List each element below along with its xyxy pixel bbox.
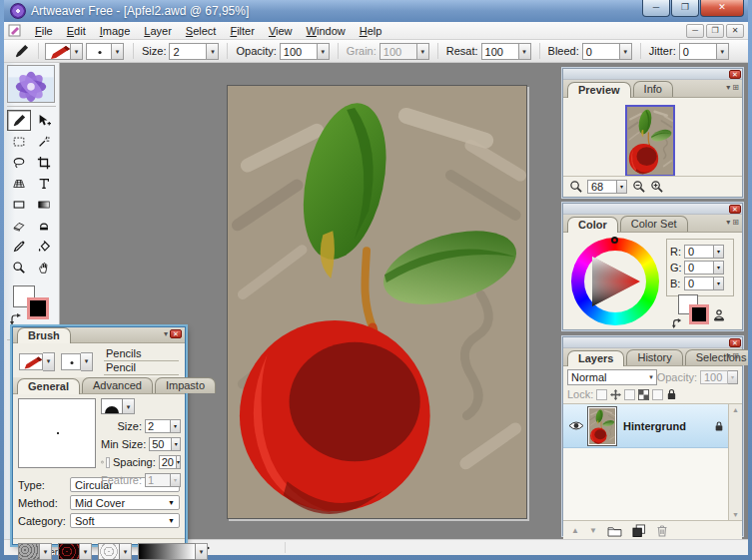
brush-dialog-titlebar[interactable]: Brush ▾ ✕ [13,327,185,343]
move-tool[interactable] [32,110,56,131]
zoom-tool[interactable] [7,257,31,278]
saturation-triangle[interactable] [588,255,642,308]
dialog-brush-preset-combo[interactable]: ▾ [19,352,55,371]
maximize-button[interactable]: ❐ [671,0,699,17]
mesh-tool[interactable] [7,173,31,194]
red-spinner[interactable]: ▾ [714,245,724,259]
lock-position-checkbox[interactable] [596,389,607,400]
menu-edit[interactable]: Edit [60,24,93,38]
tab-info[interactable]: Info [633,81,673,97]
resat-spinner[interactable]: ▾ [519,43,531,60]
opacity-input[interactable]: 100 [280,43,318,60]
panel-menu-arrow-icon[interactable]: ▾ [726,351,730,360]
lasso-tool[interactable] [7,152,31,173]
eraser-tool[interactable] [7,215,31,236]
panel-menu-arrow-icon[interactable]: ▾ [726,83,730,92]
preview-thumbnail[interactable] [625,105,675,177]
menu-select[interactable]: Select [179,24,224,38]
hue-marker-icon[interactable] [611,237,618,244]
stroke-preset-combo[interactable]: ▾ [86,43,124,60]
dialog-stroke-preset-combo[interactable]: ▾ [61,352,93,371]
rect-select-tool[interactable] [7,131,31,152]
tab-layers[interactable]: Layers [567,350,624,366]
green-input[interactable]: 0 [684,261,714,275]
bleed-input[interactable]: 0 [582,43,620,60]
brush-dialog-close-icon[interactable]: ✕ [170,329,182,338]
panel-menu-icon[interactable]: ⊞ [732,218,739,227]
dialog-size-input[interactable]: 2 [145,419,171,433]
layer-visibility-eye-icon[interactable] [567,420,585,431]
layer-thumbnail[interactable] [589,408,615,444]
swap-colors-icon[interactable] [672,318,682,328]
resat-input[interactable]: 100 [481,43,519,60]
brush-dialog-title-tab[interactable]: Brush [17,327,71,343]
tab-color[interactable]: Color [567,217,618,233]
dialog-size-spinner[interactable]: ▾ [171,419,181,433]
layer-name[interactable]: Hintergrund [623,420,686,432]
scroll-down-icon[interactable]: ▼ [732,511,739,518]
red-input[interactable]: 0 [684,245,714,259]
blue-spinner[interactable]: ▾ [714,277,724,290]
layers-panel-close-icon[interactable]: ✕ [729,338,741,347]
preview-zoom-spinner[interactable]: ▾ [617,180,627,194]
brush-preset-combo[interactable]: ▾ [45,43,83,60]
menu-filter[interactable]: Filter [223,24,261,38]
panel-menu-arrow-icon[interactable]: ▾ [726,218,730,227]
dialog-minsize-spinner[interactable]: ▾ [172,437,181,451]
color-panel-grip[interactable]: ✕ [563,204,742,215]
dialog-brush-dropdown[interactable]: ▾ [43,352,55,371]
preview-panel-close-icon[interactable]: ✕ [729,70,741,79]
pattern-texture-combo[interactable]: ▾ [58,543,92,560]
layers-panel-grip[interactable]: ✕ [563,337,742,348]
background-color-swatch[interactable] [27,297,49,319]
brush-tip-combo[interactable]: ▾ [101,398,181,414]
eyedropper-tool[interactable] [7,236,31,257]
brush-tool[interactable] [7,110,31,131]
zoom-in-icon[interactable] [650,180,663,193]
menu-image[interactable]: Image [93,24,138,38]
shape-rect-tool[interactable] [7,194,31,215]
preview-panel-grip[interactable]: ✕ [563,69,742,80]
brush-tip-dropdown[interactable]: ▾ [123,398,135,414]
tab-history[interactable]: History [626,349,682,365]
noise-texture-dropdown[interactable]: ▾ [40,543,52,560]
panel-menu-icon[interactable]: ⊞ [732,351,739,360]
menu-view[interactable]: View [262,24,300,38]
bleed-spinner[interactable]: ▾ [620,43,632,60]
new-group-folder-icon[interactable] [607,525,622,537]
current-tool-brush-icon[interactable] [10,42,32,61]
menu-layer[interactable]: Layer [137,24,179,38]
text-tool[interactable] [32,173,56,194]
gradient-texture-dropdown[interactable]: ▾ [196,543,208,560]
paper-texture-dropdown[interactable]: ▾ [120,543,132,560]
stroke-preset-dropdown[interactable]: ▾ [112,43,124,60]
dialog-spacing-input[interactable]: 20 [159,455,177,469]
jitter-input[interactable]: 0 [679,43,717,60]
panel-menu-icon[interactable]: ⊞ [732,83,739,92]
size-input[interactable]: 2 [169,43,207,60]
layer-row-hintergrund[interactable]: Hintergrund [563,404,742,448]
menu-help[interactable]: Help [353,24,389,38]
hand-tool[interactable] [32,257,56,278]
painting-canvas[interactable] [227,85,527,519]
green-spinner[interactable]: ▾ [714,261,724,275]
tab-color-set[interactable]: Color Set [620,216,688,232]
child-close-button[interactable]: ✕ [726,24,744,38]
dialog-spacing-spinner[interactable]: ▾ [177,455,181,469]
close-button[interactable]: ✕ [700,0,744,17]
color-panel-close-icon[interactable]: ✕ [729,205,741,214]
fill-bucket-tool[interactable] [32,236,56,257]
jitter-spinner[interactable]: ▾ [717,43,729,60]
dialog-stroke-dropdown[interactable]: ▾ [81,352,93,371]
blue-input[interactable]: 0 [684,277,714,290]
zoom-out-icon[interactable] [632,180,645,193]
tab-impasto[interactable]: Impasto [155,377,216,393]
color-mixer-icon[interactable] [712,308,726,322]
pattern-texture-dropdown[interactable]: ▾ [80,543,92,560]
scroll-up-icon[interactable]: ▲ [732,406,739,413]
clone-stamp-tool[interactable] [32,215,56,236]
new-layer-icon[interactable] [632,524,646,537]
child-minimize-button[interactable]: ─ [686,24,704,38]
panel-menu-arrow-icon[interactable]: ▾ [164,329,168,338]
size-spinner[interactable]: ▾ [207,43,219,60]
